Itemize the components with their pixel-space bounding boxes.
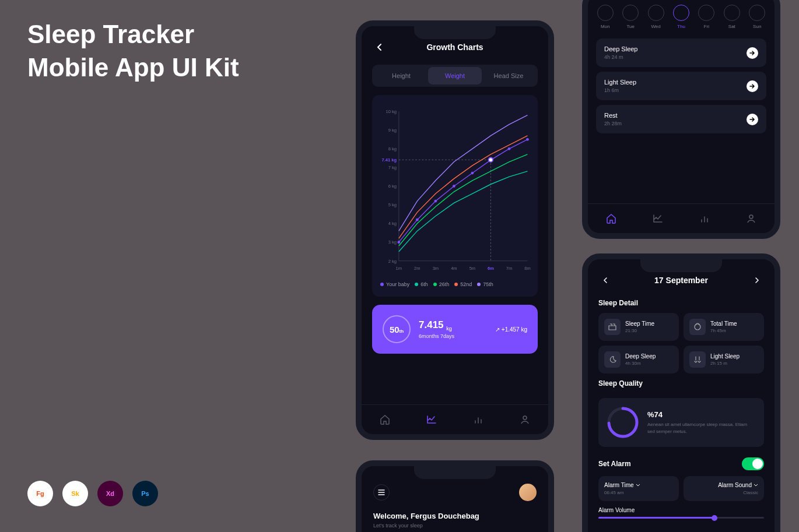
quality-desc: Aenean sit amet ullamcorpe sleep massa. …: [647, 421, 756, 434]
svg-text:3m: 3m: [433, 266, 439, 271]
sleep-card[interactable]: Rest2h 28m: [596, 105, 766, 133]
nav-home-icon[interactable]: [605, 213, 617, 224]
svg-point-28: [508, 147, 511, 150]
quality-value: %74: [647, 410, 756, 419]
summary-card: 50th 7.415 kg 6months 7days ↗ +1.457 kg: [372, 305, 538, 354]
svg-text:1m: 1m: [396, 266, 402, 271]
tab-headsize[interactable]: Head Size: [482, 67, 535, 84]
svg-text:3 kg: 3 kg: [388, 239, 397, 245]
photoshop-icon: Ps: [132, 481, 158, 506]
detail-card: Total Time7h 45m: [684, 313, 764, 341]
day-mon[interactable]: Mon: [597, 5, 614, 29]
svg-point-32: [749, 215, 753, 219]
chevron-down-icon: [754, 484, 758, 487]
svg-text:10 kg: 10 kg: [386, 109, 397, 114]
menu-button[interactable]: [373, 484, 390, 501]
chart-legend: Your baby6th26th52nd75th: [378, 278, 532, 291]
alarm-toggle[interactable]: [742, 457, 764, 470]
svg-point-30: [489, 157, 493, 162]
chart-tabs: Height Weight Head Size: [372, 65, 538, 87]
set-alarm-title: Set Alarm: [598, 460, 631, 468]
svg-text:8 kg: 8 kg: [388, 146, 397, 152]
legend-item: 26th: [433, 281, 450, 287]
volume-slider[interactable]: [598, 517, 764, 519]
phone-welcome: Welcome, Fergus Douchebag Let's track yo…: [356, 460, 554, 532]
svg-point-25: [453, 185, 455, 188]
page-title: Growth Charts: [426, 43, 483, 52]
svg-point-26: [471, 172, 474, 175]
svg-point-31: [523, 416, 527, 420]
svg-text:8m: 8m: [524, 266, 530, 271]
svg-text:4m: 4m: [451, 266, 457, 271]
prev-date-button[interactable]: [598, 273, 612, 287]
svg-text:6 kg: 6 kg: [388, 184, 397, 189]
figma-icon: Fg: [27, 481, 53, 506]
svg-text:7 kg: 7 kg: [388, 165, 397, 170]
tool-icons: Fg Sk Xd Ps: [27, 481, 158, 506]
svg-text:2 kg: 2 kg: [388, 259, 397, 264]
growth-chart: 2 kg3 kg4 kg5 kg6 kg7 kg8 kg9 kg10 kg7.4…: [372, 95, 538, 297]
volume-label: Alarm Volume: [598, 507, 764, 513]
next-date-button[interactable]: [750, 273, 764, 287]
alarm-sound-card[interactable]: Alarm Sound Classic: [684, 476, 764, 501]
chevron-down-icon: [636, 484, 640, 487]
welcome-sub: Let's track your sleep: [373, 523, 537, 529]
nav-chart-icon[interactable]: [652, 213, 664, 224]
svg-point-23: [416, 219, 419, 221]
arrow-right-icon[interactable]: [747, 47, 758, 59]
detail-icon: [689, 319, 706, 335]
sleep-card[interactable]: Light Sleep1h 6m: [596, 72, 766, 100]
day-selector: MonTueWedThuFriSatSun: [588, 0, 775, 34]
percentile-circle: 50th: [383, 315, 411, 343]
nav-chart-icon[interactable]: [426, 414, 437, 425]
back-button[interactable]: [372, 40, 386, 54]
sketch-icon: Sk: [62, 481, 88, 506]
sleep-detail-title: Sleep Detail: [588, 293, 775, 313]
welcome-text: Welcome, Fergus Douchebag: [373, 512, 537, 520]
nav-home-icon[interactable]: [379, 414, 391, 425]
legend-item: 52nd: [454, 281, 472, 287]
svg-text:9 kg: 9 kg: [388, 128, 397, 133]
arrow-right-icon[interactable]: [747, 114, 758, 125]
detail-icon: [604, 351, 621, 368]
quality-ring-icon: [607, 406, 639, 439]
detail-icon: [604, 319, 621, 335]
nav-stats-icon[interactable]: [699, 213, 710, 224]
svg-text:2m: 2m: [414, 266, 420, 271]
detail-card: Sleep Time21:30: [598, 313, 679, 341]
day-tue[interactable]: Tue: [622, 5, 639, 29]
legend-item: 6th: [415, 281, 428, 287]
svg-point-22: [397, 241, 400, 244]
day-wed[interactable]: Wed: [648, 5, 664, 29]
quality-card: %74 Aenean sit amet ullamcorpe sleep mas…: [598, 398, 764, 447]
avatar[interactable]: [519, 484, 537, 501]
svg-text:6m: 6m: [488, 266, 494, 271]
svg-text:7.41 kg: 7.41 kg: [382, 157, 397, 163]
svg-text:5 kg: 5 kg: [388, 202, 397, 207]
phone-sleep-detail: 17 September Sleep Detail Sleep Time21:3…: [582, 253, 780, 532]
alarm-time-card[interactable]: Alarm Time 06:45 am: [598, 476, 679, 501]
day-fri[interactable]: Fri: [698, 5, 714, 29]
phone-sleep-summary: MonTueWedThuFriSatSun Deep Sleep4h 24 mL…: [582, 0, 780, 239]
page-title: Sleep Tracker Mobile App UI Kit: [27, 17, 239, 84]
bottom-nav: [362, 404, 548, 434]
legend-item: 75th: [477, 281, 493, 287]
date-title: 17 September: [654, 276, 708, 285]
svg-point-29: [526, 138, 529, 141]
day-sat[interactable]: Sat: [724, 5, 740, 29]
nav-profile-icon[interactable]: [745, 213, 757, 224]
tab-weight[interactable]: Weight: [428, 67, 482, 84]
svg-text:4 kg: 4 kg: [388, 221, 397, 226]
sleep-card[interactable]: Deep Sleep4h 24 m: [596, 38, 766, 67]
nav-stats-icon[interactable]: [472, 414, 484, 425]
bottom-nav: [588, 203, 775, 233]
svg-text:5m: 5m: [469, 266, 475, 271]
nav-profile-icon[interactable]: [519, 414, 531, 425]
detail-card: Deep Sleep4h 30m: [598, 346, 679, 374]
day-thu[interactable]: Thu: [673, 5, 689, 29]
svg-text:7m: 7m: [506, 266, 512, 271]
detail-card: Light Sleep2h 15 m: [684, 346, 764, 374]
day-sun[interactable]: Sun: [749, 5, 765, 29]
arrow-right-icon[interactable]: [747, 80, 758, 92]
tab-height[interactable]: Height: [374, 67, 428, 84]
